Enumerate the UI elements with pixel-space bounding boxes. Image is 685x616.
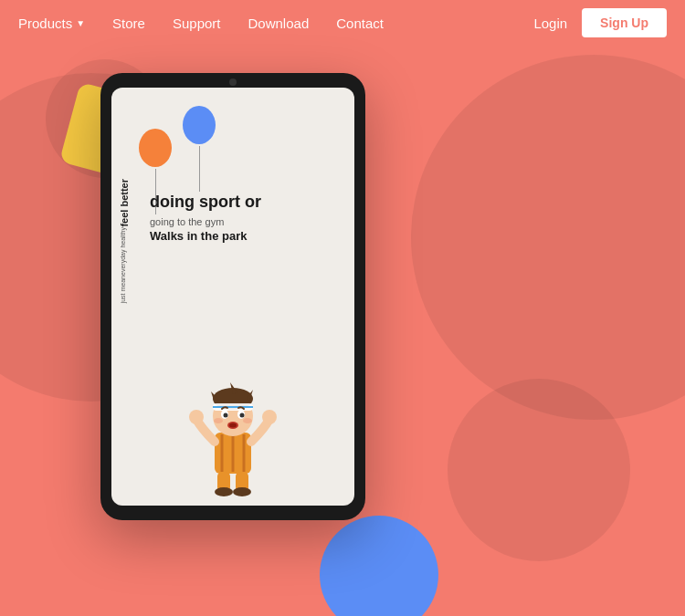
svg-point-24 bbox=[233, 487, 251, 496]
balloon-blue bbox=[183, 106, 216, 192]
svg-point-14 bbox=[240, 413, 245, 418]
nav-contact[interactable]: Contact bbox=[336, 16, 384, 31]
tablet-screen: feel better everyday healthy just mean d… bbox=[111, 88, 354, 506]
svg-point-23 bbox=[215, 487, 233, 496]
bg-circle-blue-bottom bbox=[320, 516, 438, 616]
kid-svg bbox=[187, 369, 279, 496]
nav-links: Products ▼ Store Support Download Contac… bbox=[18, 16, 533, 31]
main-text-block: doing sport or going to the gym Walks in… bbox=[150, 193, 345, 243]
nav-store[interactable]: Store bbox=[112, 16, 145, 31]
svg-point-13 bbox=[224, 413, 228, 418]
side-text-area: feel better everyday healthy just mean bbox=[119, 179, 131, 303]
signup-button[interactable]: Sign Up bbox=[582, 8, 667, 37]
side-text-everyday: everyday healthy bbox=[119, 227, 131, 276]
side-text-feel-better: feel better bbox=[119, 179, 131, 227]
svg-point-16 bbox=[229, 423, 237, 428]
tablet-camera bbox=[229, 78, 237, 86]
bg-circle-medium-right bbox=[448, 379, 630, 561]
kid-character bbox=[187, 369, 279, 496]
text-doing-sport: doing sport or bbox=[150, 193, 345, 213]
nav-download[interactable]: Download bbox=[248, 16, 310, 31]
login-button[interactable]: Login bbox=[533, 16, 567, 31]
svg-point-19 bbox=[189, 410, 204, 424]
svg-point-20 bbox=[262, 410, 277, 424]
nav-products[interactable]: Products ▼ bbox=[18, 16, 85, 31]
screen-content: feel better everyday healthy just mean d… bbox=[111, 88, 354, 506]
tablet-frame: feel better everyday healthy just mean d… bbox=[100, 73, 365, 520]
navbar: Products ▼ Store Support Download Contac… bbox=[0, 0, 685, 46]
nav-actions: Login Sign Up bbox=[533, 8, 667, 37]
chevron-down-icon: ▼ bbox=[76, 18, 85, 28]
text-walks-park: Walks in the park bbox=[150, 229, 345, 243]
side-text-just-mean: just mean bbox=[119, 276, 131, 303]
svg-point-17 bbox=[214, 418, 223, 423]
bg-circle-large-right bbox=[411, 55, 685, 420]
hero-section: feel better everyday healthy just mean d… bbox=[0, 0, 685, 616]
text-going-to-gym: going to the gym bbox=[150, 216, 345, 227]
tablet-device: feel better everyday healthy just mean d… bbox=[100, 73, 365, 529]
nav-support[interactable]: Support bbox=[173, 16, 221, 31]
svg-point-18 bbox=[243, 418, 252, 423]
